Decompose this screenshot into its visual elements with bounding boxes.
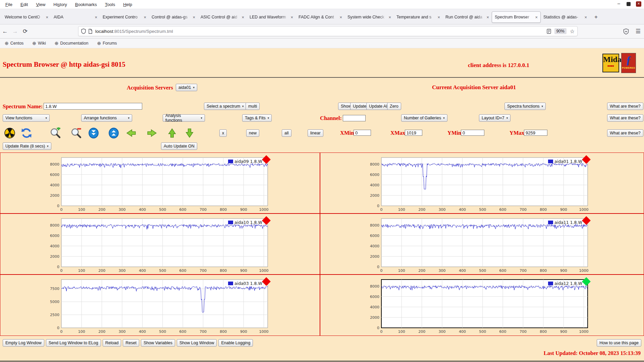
menu-file[interactable]: File	[1, 1, 16, 8]
ymax-input[interactable]	[524, 130, 547, 136]
reader-mode-icon[interactable]	[547, 29, 551, 34]
acquisition-server-select[interactable]: aida01▾	[176, 84, 197, 91]
view-functions-select[interactable]: View functions▾	[3, 114, 50, 122]
what-are-these-button-1[interactable]: What are these?	[607, 103, 643, 110]
tab-close-icon[interactable]: ×	[144, 15, 146, 20]
ymin-input[interactable]	[461, 130, 484, 136]
url-bar[interactable]: localhost :8015/Spectrum/Spectrum.tml 90…	[78, 26, 578, 36]
what-are-these-button-2[interactable]: What are these?	[607, 114, 643, 122]
tab-led-and-waveform[interactable]: LED and Waveform×	[247, 11, 296, 23]
spectrum-chart-aida03[interactable]: 0100200300400500600700800900100002500500…	[0, 275, 320, 336]
tab-statistics-aidas-[interactable]: Statistics @ aidas-×	[541, 11, 590, 23]
number-of-galleries-select[interactable]: Number of Galleries▾	[401, 114, 447, 122]
expand-up-icon[interactable]	[108, 127, 119, 139]
refresh-icon[interactable]	[21, 127, 32, 139]
tab-experiment-contro[interactable]: Experiment Contro×	[100, 11, 149, 23]
tab-temperature-and-s[interactable]: Temperature and s×	[394, 11, 443, 23]
zoom-in-icon[interactable]	[50, 127, 61, 139]
what-are-these-button-3[interactable]: What are these?	[607, 129, 643, 137]
minimize-button[interactable]: –	[616, 2, 621, 6]
tab-welcome-to-cento[interactable]: Welcome to CentO×	[2, 11, 51, 23]
tab-close-icon[interactable]: ×	[388, 15, 391, 20]
zoom-level-badge[interactable]: 90%	[554, 28, 567, 34]
layout-id-select[interactable]: Layout ID=7▾	[479, 114, 511, 122]
menu-tools[interactable]: Tools	[101, 1, 119, 8]
spectrum-chart-aida10[interactable]: 0100200300400500600700800900100002000400…	[0, 214, 320, 275]
shield-icon[interactable]	[81, 28, 86, 34]
tab-close-icon[interactable]: ×	[290, 15, 293, 20]
bookmark-label: Documentation	[60, 41, 88, 46]
menu-bookmarks[interactable]: Bookmarks	[71, 1, 101, 8]
new-tab-button[interactable]: +	[592, 13, 600, 21]
update-rate-select[interactable]: Update Rate (8 secs)▾	[3, 142, 51, 150]
tab-close-icon[interactable]: ×	[486, 15, 489, 20]
new-button[interactable]: new	[246, 129, 259, 137]
show-log-window-button[interactable]: Show Log Window	[177, 339, 217, 347]
bookmark-centos[interactable]: ⊕Centos	[5, 41, 23, 46]
account-shield-icon[interactable]	[623, 28, 629, 35]
menu-edit[interactable]: Edit	[16, 1, 32, 8]
auto-update-button[interactable]: Auto Update ON	[161, 142, 197, 150]
tab-fadc-align-cont[interactable]: FADC Align & Cont×	[296, 11, 345, 23]
tab-close-icon[interactable]: ×	[193, 15, 195, 20]
tab-system-wide-check[interactable]: System wide Check×	[345, 11, 394, 23]
arrow-left-icon[interactable]	[125, 127, 137, 139]
analysis-functions-select[interactable]: Analysis functions▾	[163, 114, 205, 122]
spectra-functions-select[interactable]: Spectra functions▾	[504, 103, 546, 110]
tab-close-icon[interactable]: ×	[339, 15, 342, 20]
svg-text:0: 0	[57, 326, 59, 330]
arrow-up-icon[interactable]	[166, 127, 178, 139]
tab-close-icon[interactable]: ×	[46, 15, 48, 20]
select-a-spectrum-select[interactable]: Select a spectrum▾	[204, 103, 247, 110]
zoom-out-icon[interactable]	[70, 127, 82, 139]
multi-button[interactable]: multi	[246, 103, 260, 110]
arrow-down-icon[interactable]	[184, 127, 195, 139]
tab-close-icon[interactable]: ×	[437, 15, 440, 20]
x-button[interactable]: x	[219, 129, 227, 137]
bookmark-forums[interactable]: ⊕Forums	[97, 41, 117, 46]
zero-button[interactable]: Zero	[387, 103, 401, 110]
tab-close-icon[interactable]: ×	[584, 15, 587, 20]
empty-log-window-button[interactable]: Empty Log Window	[3, 339, 44, 347]
enable-logging-button[interactable]: Enable Logging	[218, 339, 253, 347]
spectrum-chart-aida12[interactable]: 0100200300400500600700800900100002000400…	[320, 275, 644, 336]
how-to-use-button[interactable]: How to use this page	[597, 339, 641, 347]
tab-close-icon[interactable]: ×	[95, 15, 97, 20]
all-button[interactable]: all	[282, 129, 291, 137]
collapse-down-icon[interactable]	[88, 127, 99, 139]
reload-button[interactable]: Reload	[103, 339, 121, 347]
tab-aida[interactable]: AIDA×	[51, 11, 100, 23]
channel-input[interactable]	[343, 115, 366, 121]
tab-run-control-aida[interactable]: Run Control @ aida×	[443, 11, 492, 23]
send-log-window-to-elog-button[interactable]: Send Log Window to ELog	[46, 339, 101, 347]
tab-control-aidas-gs[interactable]: Control @ aidas-gs×	[149, 11, 198, 23]
arrow-right-icon[interactable]	[146, 127, 158, 139]
spectrum-chart-aida09[interactable]: 0100200300400500600700800900100002000400…	[0, 153, 320, 214]
bookmark-wiki[interactable]: ⊕Wiki	[32, 41, 46, 46]
menu-view[interactable]: View	[32, 1, 49, 8]
xmax-input[interactable]	[405, 130, 422, 136]
spectrum-chart-aida01[interactable]: 0100200300400500600700800900100002000400…	[320, 153, 644, 214]
tab-close-icon[interactable]: ×	[535, 15, 538, 20]
bookmark-documentation[interactable]: ⊕Documentation	[55, 41, 89, 46]
radiation-icon[interactable]	[4, 127, 15, 139]
hamburger-menu-icon[interactable]: ☰	[636, 28, 641, 35]
reset-button[interactable]: Reset	[123, 339, 139, 347]
tab-close-icon[interactable]: ×	[241, 15, 244, 20]
spectrum-chart-aida11[interactable]: 0100200300400500600700800900100002000400…	[320, 214, 644, 275]
tab-spectrum-browser[interactable]: Spectrum Browser×	[492, 11, 541, 23]
bookmark-star-icon[interactable]: ☆	[570, 28, 575, 35]
show-variables-button[interactable]: Show Variables	[141, 339, 175, 347]
xmin-input[interactable]	[354, 130, 371, 136]
reload-icon[interactable]: ⟳	[20, 28, 30, 35]
tags-fits-select[interactable]: Tags & Fits▾	[242, 114, 272, 122]
back-icon[interactable]: ←	[0, 28, 10, 35]
menu-help[interactable]: Help	[119, 1, 136, 8]
spectrum-name-input[interactable]	[44, 103, 142, 110]
tab-asic-control-aid[interactable]: ASIC Control @ aid×	[198, 11, 247, 23]
menu-history[interactable]: History	[49, 1, 71, 8]
close-button[interactable]: ×	[636, 1, 641, 7]
arrange-functions-select[interactable]: Arrange functions▾	[81, 114, 132, 122]
linear-button[interactable]: linear	[308, 129, 323, 137]
maximize-button[interactable]	[627, 2, 631, 6]
